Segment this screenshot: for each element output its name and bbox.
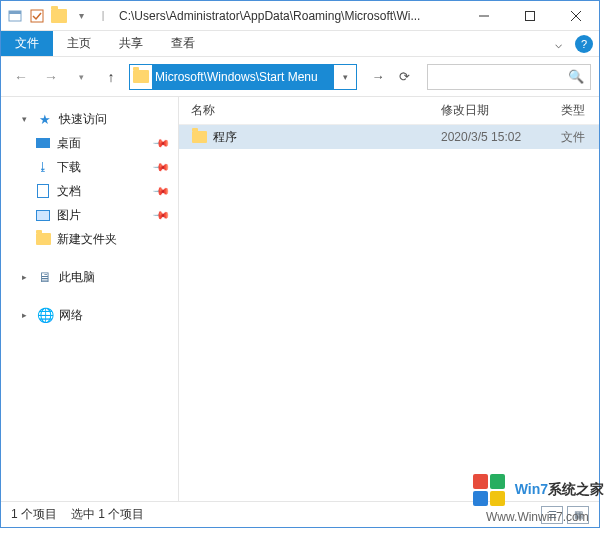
window-title: C:\Users\Administrator\AppData\Roaming\M… bbox=[111, 9, 461, 23]
view-details-icon[interactable]: ☰ bbox=[541, 506, 563, 524]
qat: ▾ | bbox=[1, 8, 111, 24]
folder-icon bbox=[36, 233, 51, 245]
qat-checkbox-icon[interactable] bbox=[29, 8, 45, 24]
sidebar-item-pictures[interactable]: 图片 📌 bbox=[1, 203, 178, 227]
address-go-icon[interactable]: → bbox=[367, 66, 389, 88]
window-controls bbox=[461, 1, 599, 31]
star-icon: ★ bbox=[37, 111, 53, 127]
sidebar-item-documents[interactable]: 文档 📌 bbox=[1, 179, 178, 203]
back-button[interactable]: ← bbox=[9, 65, 33, 89]
title-bar: ▾ | C:\Users\Administrator\AppData\Roami… bbox=[1, 1, 599, 31]
file-list-pane: 名称 修改日期 类型 程序 2020/3/5 15:02 文件 bbox=[179, 97, 599, 501]
sidebar-item-label: 新建文件夹 bbox=[57, 231, 117, 248]
nav-row: ← → ▾ ↑ Microsoft\Windows\Start Menu ▾ →… bbox=[1, 57, 599, 97]
download-icon: ⭳ bbox=[35, 159, 51, 175]
address-bar[interactable]: Microsoft\Windows\Start Menu ▾ bbox=[129, 64, 357, 90]
sidebar-this-pc[interactable]: ▸ 🖥 此电脑 bbox=[1, 265, 178, 289]
tab-file[interactable]: 文件 bbox=[1, 31, 53, 56]
sidebar-quick-access[interactable]: ▾ ★ 快速访问 bbox=[1, 107, 178, 131]
pictures-icon bbox=[36, 210, 50, 221]
maximize-button[interactable] bbox=[507, 1, 553, 31]
qat-separator: | bbox=[95, 8, 111, 24]
file-name: 程序 bbox=[213, 129, 237, 146]
sidebar-item-label: 图片 bbox=[57, 207, 81, 224]
sidebar-item-desktop[interactable]: 桌面 📌 bbox=[1, 131, 178, 155]
navigation-pane: ▾ ★ 快速访问 桌面 📌 ⭳ 下载 📌 文档 📌 bbox=[1, 97, 179, 501]
view-large-icon[interactable]: ▦ bbox=[567, 506, 589, 524]
svg-rect-4 bbox=[526, 11, 535, 20]
sidebar-item-label: 文档 bbox=[57, 183, 81, 200]
folder-icon bbox=[192, 131, 207, 143]
search-icon: 🔍 bbox=[568, 69, 584, 84]
close-button[interactable] bbox=[553, 1, 599, 31]
address-dropdown-icon[interactable]: ▾ bbox=[334, 65, 356, 89]
minimize-button[interactable] bbox=[461, 1, 507, 31]
qat-properties-icon[interactable] bbox=[7, 8, 23, 24]
qat-folder-icon[interactable] bbox=[51, 9, 67, 23]
pin-icon: 📌 bbox=[151, 157, 170, 176]
refresh-icon[interactable]: ⟳ bbox=[393, 66, 415, 88]
tab-view[interactable]: 查看 bbox=[157, 31, 209, 56]
pin-icon: 📌 bbox=[151, 181, 170, 200]
svg-rect-2 bbox=[31, 10, 43, 22]
status-count: 1 个项目 bbox=[11, 506, 57, 523]
column-date[interactable]: 修改日期 bbox=[441, 102, 561, 119]
recent-dropdown-icon[interactable]: ▾ bbox=[69, 65, 93, 89]
help-icon[interactable]: ? bbox=[575, 35, 593, 53]
qat-dropdown-icon[interactable]: ▾ bbox=[73, 8, 89, 24]
file-type: 文件 bbox=[561, 129, 599, 146]
ribbon-tabs: 文件 主页 共享 查看 ⌵ ? bbox=[1, 31, 599, 57]
chevron-right-icon[interactable]: ▸ bbox=[19, 272, 29, 282]
sidebar-label: 快速访问 bbox=[59, 111, 107, 128]
sidebar-label: 网络 bbox=[59, 307, 83, 324]
status-selection: 选中 1 个项目 bbox=[71, 506, 144, 523]
sidebar-item-label: 桌面 bbox=[57, 135, 81, 152]
chevron-down-icon[interactable]: ▾ bbox=[19, 114, 29, 124]
desktop-icon bbox=[36, 138, 50, 148]
sidebar-item-newfolder[interactable]: 新建文件夹 bbox=[1, 227, 178, 251]
sidebar-label: 此电脑 bbox=[59, 269, 95, 286]
column-headers: 名称 修改日期 类型 bbox=[179, 97, 599, 125]
forward-button[interactable]: → bbox=[39, 65, 63, 89]
status-bar: 1 个项目 选中 1 个项目 ☰ ▦ bbox=[1, 501, 599, 527]
column-name[interactable]: 名称 bbox=[191, 102, 441, 119]
sidebar-item-label: 下载 bbox=[57, 159, 81, 176]
address-text[interactable]: Microsoft\Windows\Start Menu bbox=[152, 65, 334, 89]
search-input[interactable]: 🔍 bbox=[427, 64, 591, 90]
chevron-right-icon[interactable]: ▸ bbox=[19, 310, 29, 320]
column-type[interactable]: 类型 bbox=[561, 102, 599, 119]
main-area: ▾ ★ 快速访问 桌面 📌 ⭳ 下载 📌 文档 📌 bbox=[1, 97, 599, 501]
explorer-window: ▾ | C:\Users\Administrator\AppData\Roami… bbox=[0, 0, 600, 528]
ribbon-expand-icon[interactable]: ⌵ bbox=[547, 33, 569, 55]
tab-home[interactable]: 主页 bbox=[53, 31, 105, 56]
address-folder-icon bbox=[133, 70, 149, 83]
document-icon bbox=[37, 184, 49, 198]
sidebar-network[interactable]: ▸ 🌐 网络 bbox=[1, 303, 178, 327]
pin-icon: 📌 bbox=[151, 205, 170, 224]
file-date: 2020/3/5 15:02 bbox=[441, 130, 561, 144]
pc-icon: 🖥 bbox=[37, 269, 53, 285]
svg-rect-1 bbox=[9, 11, 21, 14]
sidebar-item-downloads[interactable]: ⭳ 下载 📌 bbox=[1, 155, 178, 179]
tab-share[interactable]: 共享 bbox=[105, 31, 157, 56]
up-button[interactable]: ↑ bbox=[99, 65, 123, 89]
file-list[interactable]: 程序 2020/3/5 15:02 文件 bbox=[179, 125, 599, 501]
pin-icon: 📌 bbox=[151, 133, 170, 152]
network-icon: 🌐 bbox=[37, 307, 53, 323]
file-row[interactable]: 程序 2020/3/5 15:02 文件 bbox=[179, 125, 599, 149]
